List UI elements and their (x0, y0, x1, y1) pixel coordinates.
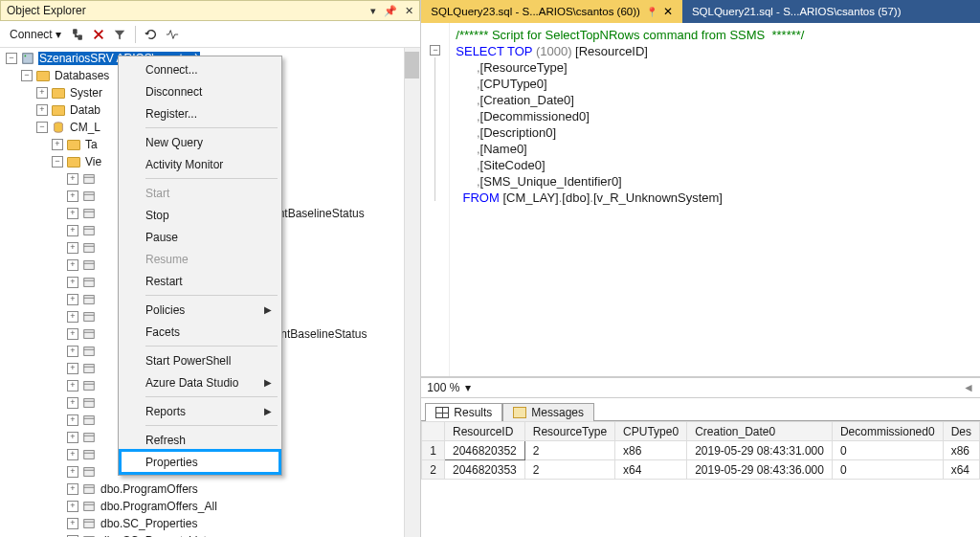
menu-item-pause[interactable]: Pause (121, 226, 279, 248)
editor-tab-bar: SQLQuery23.sql - S...ARIOS\csantos (60))… (421, 0, 980, 23)
object-explorer-toolbar: Connect ▾ (0, 21, 420, 48)
expand-icon[interactable]: + (67, 225, 78, 236)
menu-item-facets[interactable]: Facets (121, 321, 279, 343)
svg-rect-31 (84, 416, 95, 425)
messages-tab[interactable]: Messages (502, 403, 594, 421)
svg-rect-15 (84, 279, 95, 287)
svg-rect-17 (84, 296, 95, 304)
collapse-icon[interactable]: − (6, 53, 17, 64)
expand-icon[interactable]: + (67, 501, 78, 512)
column-header[interactable]: ResourceType (524, 422, 614, 441)
expand-icon[interactable]: + (67, 483, 78, 495)
code-area[interactable]: /****** Script for SelectTopNRows comman… (450, 23, 804, 376)
expand-icon[interactable]: + (67, 363, 78, 374)
expand-icon[interactable]: + (67, 294, 78, 305)
filter-icon[interactable] (111, 26, 128, 43)
expand-icon[interactable]: + (67, 190, 78, 202)
expand-icon[interactable]: + (67, 311, 78, 323)
menu-item-reports[interactable]: Reports▶ (121, 400, 279, 422)
expand-icon[interactable]: + (67, 328, 78, 340)
column-header[interactable]: CPUType0 (615, 422, 687, 441)
zoom-dropdown-icon[interactable]: ▾ (465, 381, 471, 394)
menu-item-stop[interactable]: Stop (121, 204, 279, 226)
column-header[interactable]: Creation_Date0 (687, 422, 833, 441)
expand-icon[interactable]: + (67, 432, 78, 443)
expand-icon[interactable]: + (67, 397, 78, 409)
folder-icon (35, 69, 51, 82)
expand-icon[interactable]: + (36, 87, 48, 99)
expand-icon[interactable]: + (67, 173, 78, 185)
menu-item-disconnect[interactable]: Disconnect (121, 80, 279, 102)
zoom-bar: 100 % ▾ ◄ (421, 377, 980, 398)
collapse-icon[interactable]: − (36, 122, 48, 133)
expand-icon[interactable]: + (67, 466, 78, 478)
folder-icon (66, 155, 81, 168)
tab-active[interactable]: SQLQuery23.sql - S...ARIOS\csantos (60))… (421, 0, 682, 23)
dropdown-icon[interactable]: ▾ (370, 5, 376, 17)
collapse-icon[interactable]: − (21, 70, 33, 81)
activity-icon[interactable] (164, 26, 181, 43)
menu-item-azure-data-studio[interactable]: Azure Data Studio▶ (121, 371, 279, 393)
chevron-right-icon: ▶ (264, 304, 272, 315)
svg-rect-19 (84, 313, 95, 322)
results-grid[interactable]: ResourceIDResourceTypeCPUType0Creation_D… (421, 421, 980, 537)
menu-item-connect[interactable]: Connect... (121, 58, 279, 80)
menu-item-properties[interactable]: Properties (121, 451, 279, 473)
fold-icon[interactable]: − (430, 45, 440, 56)
expand-icon[interactable]: + (67, 259, 78, 271)
expand-icon[interactable]: + (67, 277, 78, 288)
svg-rect-43 (84, 520, 95, 528)
expand-icon[interactable]: + (36, 104, 48, 116)
column-header[interactable]: Des (943, 422, 979, 441)
expand-icon[interactable]: + (67, 208, 78, 219)
menu-item-new-query[interactable]: New Query (121, 131, 279, 153)
connect-icon[interactable] (69, 26, 86, 43)
scrollbar-thumb[interactable] (405, 52, 419, 78)
column-header[interactable] (422, 422, 445, 441)
pin-icon[interactable]: 📌 (384, 5, 397, 17)
expand-icon[interactable]: + (67, 380, 78, 392)
collapse-icon[interactable]: − (52, 156, 63, 168)
connect-button[interactable]: Connect ▾ (6, 26, 65, 43)
tree-node-view[interactable]: +dbo.SC_Properties (2, 515, 420, 532)
sql-editor[interactable]: − /****** Script for SelectTopNRows comm… (421, 23, 980, 377)
tree-node-view[interactable]: +dbo.ProgramOffers (2, 481, 420, 498)
menu-item-policies[interactable]: Policies▶ (121, 299, 279, 321)
grid-icon (435, 407, 449, 418)
expand-icon[interactable]: + (67, 346, 78, 357)
disconnect-icon[interactable] (90, 26, 107, 43)
table-row[interactable]: 220468203532x642019-05-29 08:43:36.0000x… (422, 460, 980, 480)
tab-inactive[interactable]: SQLQuery21.sql - S...ARIOS\csantos (57)) (682, 0, 911, 23)
view-icon (81, 190, 97, 203)
refresh-icon[interactable] (143, 26, 160, 43)
menu-item-activity-monitor[interactable]: Activity Monitor (121, 153, 279, 175)
tree-node-view[interactable]: +dbo.ProgramOffers_All (2, 498, 420, 515)
svg-rect-7 (84, 210, 95, 218)
pin-icon[interactable]: 📍 (646, 7, 657, 17)
close-icon[interactable]: ✕ (405, 5, 413, 17)
view-icon (81, 465, 97, 479)
context-menu[interactable]: Connect...DisconnectRegister...New Query… (118, 56, 282, 476)
expand-icon[interactable]: + (67, 242, 78, 254)
scroll-left-icon[interactable]: ◄ (963, 381, 974, 394)
tab-label: SQLQuery21.sql - S...ARIOS\csantos (57)) (692, 6, 902, 17)
close-icon[interactable]: ✕ (663, 5, 673, 18)
results-tab[interactable]: Results (425, 403, 502, 421)
svg-rect-13 (84, 261, 95, 270)
scrollbar[interactable] (404, 48, 420, 537)
view-icon (81, 482, 97, 496)
menu-item-restart[interactable]: Restart (121, 270, 279, 292)
view-icon (81, 207, 97, 220)
tree-node-view[interactable]: +dbo.SC_PropertyLists (2, 532, 420, 537)
expand-icon[interactable]: + (67, 449, 78, 460)
table-row[interactable]: 120468203522x862019-05-29 08:43:31.0000x… (422, 441, 980, 460)
expand-icon[interactable]: + (67, 518, 78, 529)
zoom-value: 100 % (427, 381, 459, 394)
menu-item-register[interactable]: Register... (121, 102, 279, 124)
expand-icon[interactable]: + (52, 139, 63, 150)
column-header[interactable]: Decommissioned0 (832, 422, 943, 441)
menu-item-start-powershell[interactable]: Start PowerShell (121, 349, 279, 371)
expand-icon[interactable]: + (67, 414, 78, 426)
column-header[interactable]: ResourceID (444, 422, 524, 441)
menu-item-refresh[interactable]: Refresh (121, 429, 279, 451)
